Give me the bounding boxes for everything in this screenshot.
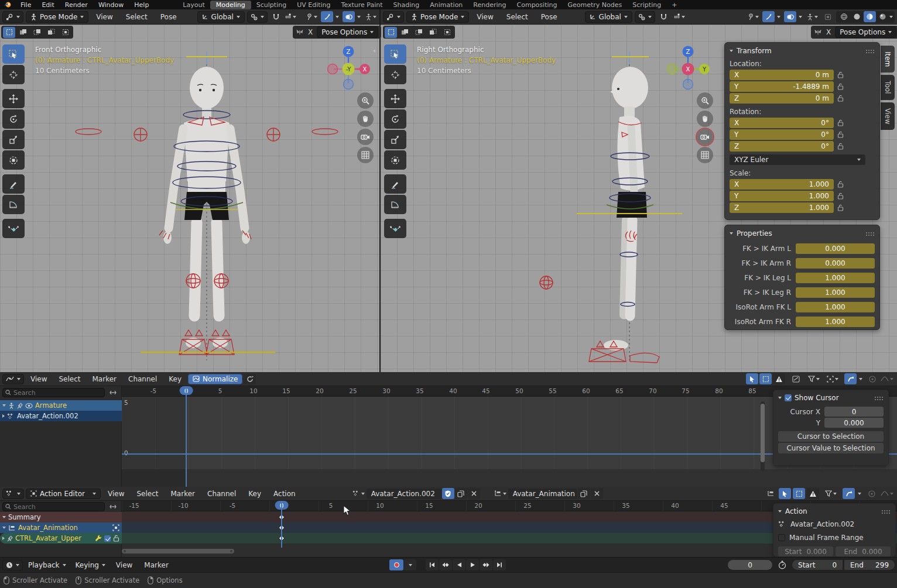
show-gizmo-toggle[interactable] (762, 11, 775, 22)
lock-icon[interactable] (837, 83, 844, 90)
scale-z-field[interactable]: Z1.000 (730, 202, 834, 213)
graph-falloff-dropdown[interactable] (879, 373, 895, 384)
tool-move[interactable] (384, 89, 406, 108)
shading-solid-button[interactable] (851, 11, 863, 22)
shading-material-button[interactable] (864, 11, 876, 22)
dope-menu-key[interactable]: Key (243, 490, 266, 498)
workspace-tab-scripting[interactable]: Scripting (627, 1, 666, 9)
transform-orientation-selector[interactable]: Global (197, 11, 245, 23)
channel-search-input[interactable] (2, 388, 105, 397)
panel-drag-grip[interactable] (865, 49, 875, 53)
auto-keyframe-settings-dropdown[interactable] (404, 559, 416, 570)
location-x-field[interactable]: X0 m (730, 70, 834, 80)
viewport-menu-select[interactable]: Select (501, 13, 533, 21)
panel-drag-grip[interactable] (874, 396, 884, 400)
graph-vertical-scrollbar[interactable] (761, 401, 765, 472)
scale-x-field[interactable]: X1.000 (730, 179, 834, 190)
channel-ctrl-avatar-upper[interactable]: CTRL_Avatar_Upper (0, 533, 122, 544)
slot-name-field[interactable]: Avatar_Animation (508, 489, 577, 499)
viewport-menu-select[interactable]: Select (121, 13, 153, 21)
action-editor-body[interactable]: -15 -10 -5 0 5 10 15 20 25 30 35 40 45 (0, 501, 897, 557)
channel-avatar-animation[interactable]: Avatar_Animation (0, 522, 122, 533)
editor-type-dopesheet-button[interactable] (2, 489, 24, 499)
browse-action-dropdown[interactable] (351, 488, 366, 499)
transform-orientation-selector[interactable]: Global (585, 11, 632, 23)
dopesheet-mode-dropdown[interactable]: Action Editor (26, 489, 101, 499)
lock-icon[interactable] (837, 181, 844, 188)
prop-slider[interactable]: 0.000 (796, 258, 875, 269)
tool-rotate[interactable] (2, 109, 25, 129)
rotation-mode-dropdown[interactable]: XYZ Euler (730, 154, 865, 165)
eye-icon[interactable] (25, 403, 33, 408)
current-frame-field[interactable]: 0 (728, 560, 772, 570)
panel-drag-grip[interactable] (865, 232, 875, 236)
panel-title[interactable]: Transform (737, 47, 772, 55)
tab-item[interactable]: Item (881, 46, 895, 73)
play-reverse-button[interactable] (453, 559, 465, 570)
rotation-z-field[interactable]: Z0° (730, 141, 834, 152)
channel-search-input[interactable] (2, 502, 105, 511)
tool-cursor[interactable] (384, 65, 406, 84)
editor-type-timeline-button[interactable] (2, 560, 23, 570)
normalize-auto-refresh-button[interactable] (244, 374, 256, 384)
workspace-tab-sculpting[interactable]: Sculpting (251, 1, 292, 9)
snap-magnet-toggle[interactable] (270, 11, 282, 22)
jump-to-start-button[interactable] (426, 559, 439, 570)
viewport-menu-view[interactable]: View (91, 13, 118, 21)
viewport-menu-pose[interactable]: Pose (536, 13, 563, 21)
scale-y-field[interactable]: Y1.000 (730, 191, 834, 201)
next-keyframe-button[interactable] (480, 559, 492, 570)
menu-window[interactable]: Window (93, 1, 129, 9)
action-end-field[interactable]: End0.000 (836, 546, 891, 556)
graph-autoframe-dropdown[interactable] (826, 373, 840, 384)
pan-hand-button[interactable] (697, 111, 713, 127)
snap-magnet-toggle[interactable] (658, 11, 670, 22)
dope-snap-dropdown[interactable] (843, 488, 855, 499)
zoom-button[interactable] (697, 92, 713, 109)
select-mode-intersect-button[interactable] (441, 27, 453, 38)
menu-render[interactable]: Render (60, 1, 93, 9)
snap-settings-dropdown[interactable] (283, 11, 297, 22)
menu-file[interactable]: File (15, 1, 36, 9)
graph-only-errors-toggle[interactable] (773, 373, 785, 384)
tab-view[interactable]: View (881, 102, 895, 130)
graph-filter-dropdown[interactable] (807, 373, 821, 384)
sidebar-collapse-arrow[interactable] (373, 49, 375, 53)
tool-select-box[interactable] (384, 44, 406, 64)
dope-box-select-toggle[interactable] (793, 488, 805, 499)
prev-keyframe-button[interactable] (439, 559, 452, 570)
mode-selector[interactable]: Pose Mode (26, 11, 88, 23)
workspace-tab-modeling[interactable]: Modeling (210, 1, 251, 9)
select-mode-extend-button[interactable] (399, 27, 411, 38)
location-y-field[interactable]: Y-1.4889 m (730, 81, 834, 92)
dope-menu-view[interactable]: View (102, 490, 129, 498)
duplicate-slot-button[interactable] (578, 488, 590, 499)
editor-type-3dview-button[interactable] (383, 11, 404, 23)
select-mode-extend-button[interactable] (17, 27, 29, 38)
graph-cursor-tool-toggle[interactable] (746, 373, 758, 384)
fake-user-shield-toggle[interactable] (442, 488, 454, 499)
selected-object-icon[interactable] (112, 524, 119, 531)
graph-menu-key[interactable]: Key (163, 375, 187, 383)
dope-cursor-tool-toggle[interactable] (779, 488, 791, 499)
dope-filter-dropdown[interactable] (824, 488, 838, 499)
workspace-tab-texture-paint[interactable]: Texture Paint (336, 1, 388, 9)
lock-icon[interactable] (837, 95, 844, 102)
dope-menu-channel[interactable]: Channel (202, 490, 241, 498)
menu-help[interactable]: Help (129, 1, 154, 9)
viewport-divider[interactable] (379, 9, 381, 372)
channel-action[interactable]: Avatar_Action.002 (0, 411, 122, 421)
graph-menu-select[interactable]: Select (53, 375, 85, 383)
browse-slot-dropdown[interactable] (493, 488, 508, 499)
location-z-field[interactable]: Z0 m (730, 93, 834, 104)
overlays-toggle[interactable] (784, 11, 796, 22)
timeline-menu-marker[interactable]: Marker (139, 561, 173, 569)
workspace-tab-animation[interactable]: Animation (424, 1, 468, 9)
jump-to-end-button[interactable] (493, 559, 506, 570)
frame-end-field[interactable]: End299 (844, 560, 895, 570)
viewport-gizmos-dropdown[interactable] (747, 11, 760, 22)
camera-view-button[interactable] (697, 129, 713, 145)
graph-editor-body[interactable]: -5 0 5 10 15 20 25 30 35 40 45 50 55 60 … (0, 386, 897, 487)
lock-icon[interactable] (837, 71, 844, 78)
auto-keyframe-toggle[interactable] (389, 559, 403, 570)
